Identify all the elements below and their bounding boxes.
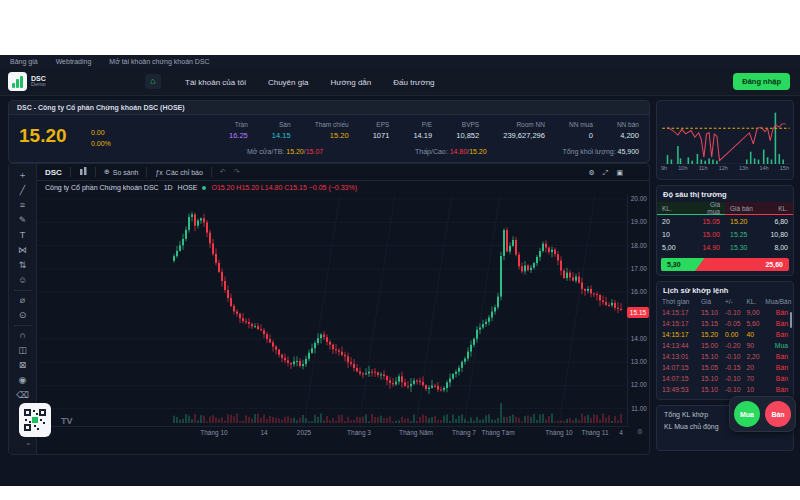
last-price: 15.20 <box>19 125 67 147</box>
x-tick-4: Tháng Năm <box>399 429 433 436</box>
hist-side-5: Bán <box>765 364 788 371</box>
xabcd-pattern-icon[interactable]: ⋈ <box>15 243 31 258</box>
fullscreen-icon[interactable]: ⤢ <box>603 169 609 177</box>
hist-time-6: 14:07:15 <box>662 375 701 382</box>
trendline-icon[interactable]: ╱ <box>15 183 31 198</box>
emoji-icon[interactable]: ☺ <box>15 273 31 288</box>
mini-chart-time-axis: 9h10h11h12h13h14h15h <box>661 165 789 171</box>
history-row-5[interactable]: 14:07:1515.05-0.1520Bán <box>657 362 793 373</box>
depth-buy-price-0: 15.05 <box>691 218 725 225</box>
login-button[interactable]: Đăng nhập <box>733 73 790 90</box>
buy-button[interactable]: Mua <box>734 401 760 427</box>
forecast-icon[interactable]: ⇅ <box>15 258 31 273</box>
history-row-7[interactable]: 13:49:5315.10-0.1010Bán <box>657 384 793 395</box>
depth-kl-sell-2: 8,00 <box>759 244 793 251</box>
low-high: Thấp/Cao: 14.80/15.20 <box>415 148 487 155</box>
chart-settings-icon[interactable]: ⚙ <box>588 169 594 177</box>
stock-info-card: DSC - Công ty Cổ phần Chứng khoán DSC (H… <box>8 100 650 163</box>
candlestick-chart[interactable] <box>37 195 629 425</box>
candle-style-icon[interactable] <box>79 167 87 177</box>
col-kl-buy: KL. <box>657 205 691 212</box>
y-tick-4: 16.00 <box>631 288 647 295</box>
depth-row-2[interactable]: 5,0014.9015.308,00 <box>657 241 793 254</box>
topbar-link-0[interactable]: Bảng giá <box>10 58 38 65</box>
time-axis[interactable]: Tháng 10142025Tháng 3Tháng NămTháng 7Thá… <box>37 426 629 438</box>
hist-price-0: 15.10 <box>701 309 725 316</box>
stat-value-2: 15.20 <box>315 131 349 140</box>
qr-code[interactable] <box>19 403 51 437</box>
collapse-toolbar-icon[interactable]: ⌃ <box>25 442 32 451</box>
indicators-button[interactable]: ƒx Các chỉ báo <box>155 169 202 176</box>
sell-button[interactable]: Bán <box>765 401 791 427</box>
hist-time-2: 14:15:17 <box>662 331 701 338</box>
price-axis[interactable]: 20.0019.0018.0017.0016.0014.0013.0012.00… <box>627 195 649 425</box>
nav-item-1[interactable]: Chuyên gia <box>268 78 308 87</box>
nav-item-3[interactable]: Đấu trường <box>393 78 434 87</box>
symbol-search-button[interactable]: DSC <box>45 168 62 177</box>
remove-drawings-icon[interactable]: ⌫ <box>15 388 31 403</box>
hide-drawings-icon[interactable]: ◉ <box>15 373 31 388</box>
drawing-mode-icon[interactable]: ◫ <box>15 343 31 358</box>
hist-time-3: 14:13:44 <box>662 342 701 349</box>
compare-icon: ⊕ <box>104 168 110 176</box>
depth-row-1[interactable]: 1015.0015.2510,80 <box>657 228 793 241</box>
stat-5: BVPS10,852 <box>456 121 479 140</box>
nav-item-2[interactable]: Hướng dẫn <box>330 78 371 87</box>
compare-button[interactable]: ⊕ So sánh <box>104 168 139 176</box>
open-value: 15.20 <box>286 148 304 155</box>
hist-chg-6: -0.10 <box>725 375 746 382</box>
stat-7: NN mua0 <box>569 121 593 140</box>
hist-time-0: 14:15:17 <box>662 309 701 316</box>
redo-icon[interactable]: ↷ <box>234 168 240 176</box>
axis-settings-icon[interactable]: ⚙ <box>637 428 643 436</box>
stat-label-0: Trần <box>229 121 248 128</box>
dsc-logo[interactable]: DSC Demo <box>8 72 46 91</box>
hist-side-3: Mua <box>765 342 788 349</box>
hist-side-2: Bán <box>765 331 788 338</box>
lock-drawings-icon[interactable]: ⊠ <box>15 358 31 373</box>
chart-legend: Công ty Cổ phần Chứng khoán DSC 1D HOSE … <box>45 184 357 191</box>
stat-label-6: Room NN <box>503 121 545 128</box>
change-percent: 0.00% <box>91 139 111 150</box>
mini-tick-2: 11h <box>699 165 708 171</box>
topbar-link-1[interactable]: Webtrading <box>56 58 92 65</box>
crosshair-icon[interactable]: ＋ <box>15 168 31 183</box>
topbar-link-2[interactable]: Mở tài khoản chứng khoán DSC <box>109 58 209 65</box>
y-tick-8: 11.00 <box>631 405 647 412</box>
snapshot-camera-icon[interactable]: ▣ <box>616 169 623 177</box>
hist-price-6: 15.10 <box>701 375 725 382</box>
stock-title: DSC - Công ty Cổ phần Chứng khoán DSC (H… <box>9 101 649 115</box>
hist-price-4: 15.10 <box>701 353 725 360</box>
undo-icon[interactable]: ↶ <box>220 168 226 176</box>
history-row-6[interactable]: 14:07:1515.10-0.1070Bán <box>657 373 793 384</box>
home-icon[interactable]: ⌂ <box>145 74 161 89</box>
stat-value-4: 14.19 <box>413 131 432 140</box>
hist-side-7: Bán <box>765 386 788 393</box>
tradingview-logo[interactable]: TV <box>61 416 73 426</box>
depth-buy-total: 5,30 <box>661 258 705 271</box>
text-icon[interactable]: T <box>15 228 31 243</box>
history-row-3[interactable]: 14:13:4415.00-0.2090Mua <box>657 340 793 351</box>
stat-value-8: 4,200 <box>617 131 639 140</box>
channels-icon[interactable]: ≡ <box>15 198 31 213</box>
zoom-in-icon[interactable]: ⊙ <box>15 308 31 323</box>
magnet-icon[interactable]: ∩ <box>15 328 31 343</box>
hist-vol-3: 90 <box>746 342 765 349</box>
nav-item-0[interactable]: Tài khoản của tôi <box>185 78 246 87</box>
qr-code-image <box>24 409 46 431</box>
measure-icon[interactable]: ⌀ <box>15 293 31 308</box>
history-row-2[interactable]: 14:15:1715.200.0040Bán <box>657 329 793 340</box>
history-row-0[interactable]: 14:15:1715.10-0.109,00Bán <box>657 307 793 318</box>
legend-interval[interactable]: 1D <box>164 184 173 191</box>
indicators-icon: ƒx <box>155 169 162 176</box>
brush-icon[interactable]: ✎ <box>15 213 31 228</box>
history-row-1[interactable]: 14:15:1715.15-0.055,60Bán <box>657 318 793 329</box>
history-scrollbar[interactable] <box>790 312 792 328</box>
history-row-4[interactable]: 14:13:0115.10-0.102,20Bán <box>657 351 793 362</box>
x-tick-0: Tháng 10 <box>200 429 227 436</box>
hist-col-1: Giá <box>701 298 725 305</box>
trade-buttons: Mua Bán <box>729 396 796 432</box>
depth-row-0[interactable]: 2015.0515.206,80 <box>657 215 793 228</box>
chart-panel: ＋╱≡✎T⋈⇅☺⌀⊙∩◫⊠◉⌫ DSC ⊕ So sánh ƒx Các chỉ… <box>8 163 650 455</box>
intraday-mini-chart[interactable] <box>661 106 791 164</box>
